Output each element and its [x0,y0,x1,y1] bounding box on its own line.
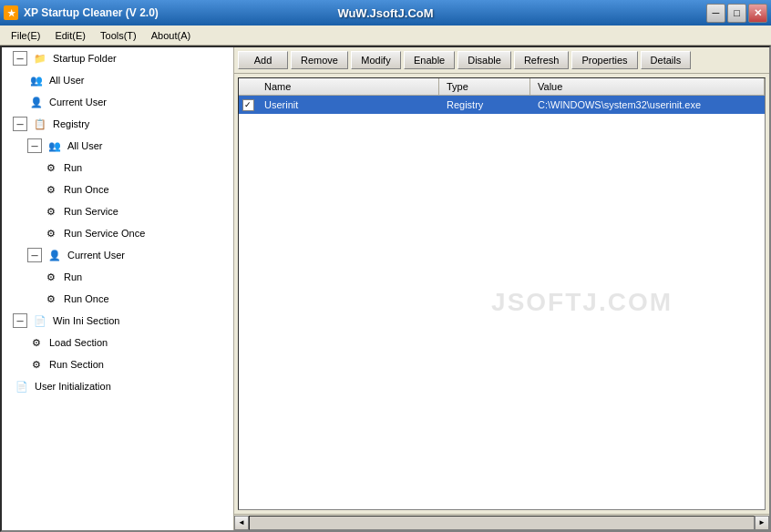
tree-item-all-user-reg[interactable]: ─ 👥 All User [2,135,233,157]
title-bar-left: ★ XP Startup Cleaner (V 2.0) [4,5,159,20]
tree-label-current-user-startup: Current User [49,93,107,111]
expand-win-ini[interactable]: ─ [13,313,27,328]
close-button[interactable]: ✕ [748,4,767,23]
tree-item-run-service-once[interactable]: ⚙ Run Service Once [2,222,233,244]
check-col-header [239,78,257,95]
tree-item-registry[interactable]: ─ 📋 Registry [2,113,233,135]
menu-about[interactable]: About(A) [144,28,198,43]
tree-item-run-service[interactable]: ⚙ Run Service [2,200,233,222]
row-checkbox-wrapper[interactable] [239,99,257,111]
tree-item-run[interactable]: ⚙ Run [2,157,233,179]
scrollbar-container: ◄ ► [234,514,769,530]
current-user-reg-icon: 👤 [46,246,64,264]
cell-type: Registry [439,97,530,112]
menu-tools[interactable]: Tools(T) [93,28,144,43]
expand-registry[interactable]: ─ [13,117,27,131]
window-title: XP Startup Cleaner (V 2.0) [24,6,159,19]
menu-edit[interactable]: Edit(E) [47,28,93,43]
tree-item-startup-folder[interactable]: ─ 📁 Startup Folder [2,47,233,69]
cell-name: Userinit [257,97,439,112]
scroll-right-button[interactable]: ► [755,516,769,530]
maximize-button[interactable]: □ [727,4,746,23]
tree-item-user-init[interactable]: 📄 User Initialization [2,375,233,397]
expand-all-user-reg[interactable]: ─ [27,138,42,153]
tree-label-all-user-startup: All User [49,71,85,89]
run-section-icon: ⚙ [27,355,46,373]
registry-icon: 📋 [31,115,49,133]
ini-icon: 📄 [31,312,49,330]
scroll-track[interactable] [249,516,755,530]
add-button[interactable]: Add [238,51,288,69]
expand-current-user-reg[interactable]: ─ [27,248,42,262]
tree-label-all-user-reg: All User [67,137,103,155]
tree-label-win-ini: Win Ini Section [53,312,119,330]
disable-button[interactable]: Disable [457,51,511,69]
tree-item-current-user-startup[interactable]: 👤 Current User [2,91,233,113]
tree-label-user-init: User Initialization [35,377,111,395]
refresh-button[interactable]: Refresh [514,51,570,69]
tree-item-load-section[interactable]: ⚙ Load Section [2,332,233,353]
tree-item-current-user-reg[interactable]: ─ 👤 Current User [2,244,233,266]
users-reg-icon: 👥 [46,137,64,155]
details-button[interactable]: Details [641,51,692,69]
app-icon: ★ [4,5,18,20]
minimize-button[interactable]: ─ [706,4,725,23]
tree-label-run-once: Run Once [64,180,109,199]
tree-label-run-section: Run Section [49,355,104,373]
tree-panel: ─ 📁 Startup Folder 👥 All User 👤 Current … [2,47,234,530]
cell-value: C:\WINDOWS\system32\userinit.exe [530,97,765,112]
tree-item-run2[interactable]: ⚙ Run [2,266,233,288]
user-init-icon: 📄 [13,377,31,395]
run-once-icon: ⚙ [42,180,60,199]
tree-label-load-section: Load Section [49,333,108,352]
modify-button[interactable]: Modify [351,51,401,69]
run-service-once-icon: ⚙ [42,224,60,242]
table-row[interactable]: Userinit Registry C:\WINDOWS\system32\us… [239,96,765,114]
tree-label-run-service: Run Service [64,202,118,220]
tree-label-run: Run [64,159,82,177]
title-bar-buttons: ─ □ ✕ [706,4,767,23]
toolbar: Add Remove Modify Enable Disable Refresh… [234,47,769,74]
tree-item-run-once2[interactable]: ⚙ Run Once [2,288,233,310]
tree-label-run2: Run [64,268,82,286]
list-header: Name Type Value [239,78,765,96]
tree-label-run-once2: Run Once [64,290,109,308]
title-bar-center: WuW.JsoftJ.CoM [337,6,433,20]
users-icon: 👥 [27,71,46,89]
tree-item-win-ini[interactable]: ─ 📄 Win Ini Section [2,310,233,332]
folder-icon: 📁 [31,49,49,67]
run-service-icon: ⚙ [42,202,60,220]
run-icon: ⚙ [42,159,60,177]
main-container: ─ 📁 Startup Folder 👥 All User 👤 Current … [0,46,771,532]
load-section-icon: ⚙ [27,333,46,352]
col-header-value[interactable]: Value [530,78,765,95]
tree-label-run-service-once: Run Service Once [64,224,145,242]
menu-bar: File(E) Edit(E) Tools(T) About(A) [0,26,771,46]
user-icon: 👤 [27,93,46,111]
checkbox-icon [242,99,254,111]
tree-label-registry: Registry [53,115,89,133]
enable-button[interactable]: Enable [404,51,455,69]
run-once2-icon: ⚙ [42,290,60,308]
tree-item-run-once[interactable]: ⚙ Run Once [2,179,233,200]
title-bar: ★ XP Startup Cleaner (V 2.0) WuW.JsoftJ.… [0,0,771,26]
tree-label-current-user-reg: Current User [67,246,125,264]
scroll-left-button[interactable]: ◄ [234,516,249,530]
col-header-name[interactable]: Name [257,78,439,95]
run2-icon: ⚙ [42,268,60,286]
properties-button[interactable]: Properties [571,51,637,69]
tree-item-all-user-startup[interactable]: 👥 All User [2,69,233,91]
expand-startup-folder[interactable]: ─ [13,51,27,66]
tree-item-run-section[interactable]: ⚙ Run Section [2,353,233,375]
tree-label-startup-folder: Startup Folder [53,49,117,67]
remove-button[interactable]: Remove [291,51,348,69]
list-view-wrapper: Name Type Value Userinit Registry C:\WIN… [234,74,769,530]
col-header-type[interactable]: Type [439,78,530,95]
list-view: Name Type Value Userinit Registry C:\WIN… [238,77,766,510]
right-panel: Add Remove Modify Enable Disable Refresh… [234,47,769,530]
menu-file[interactable]: File(E) [4,28,47,43]
